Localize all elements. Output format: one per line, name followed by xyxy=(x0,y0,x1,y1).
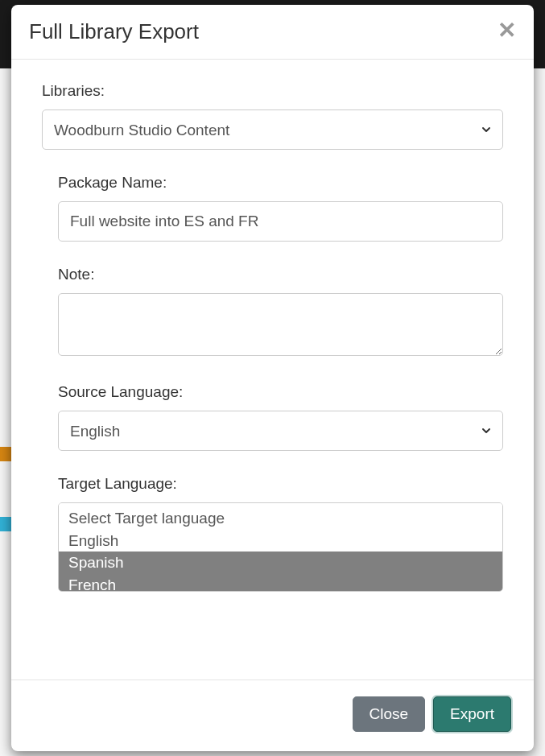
modal-header: Full Library Export ✕ xyxy=(11,5,534,60)
package-name-label: Package Name: xyxy=(58,174,503,192)
target-option[interactable]: Spanish xyxy=(59,552,502,574)
target-language-group: Target Language: Select Target language … xyxy=(42,475,503,592)
target-option[interactable]: English xyxy=(59,530,502,552)
close-button[interactable]: Close xyxy=(353,696,426,732)
source-language-label: Source Language: xyxy=(58,383,503,401)
libraries-group: Libraries: Woodburn Studio Content xyxy=(42,82,503,150)
note-label: Note: xyxy=(58,266,503,283)
libraries-select[interactable]: Woodburn Studio Content xyxy=(42,109,503,150)
export-modal: Full Library Export ✕ Libraries: Woodbur… xyxy=(11,5,534,751)
package-name-input[interactable] xyxy=(58,201,503,242)
source-language-group: Source Language: English xyxy=(42,383,503,451)
libraries-label: Libraries: xyxy=(42,82,503,100)
note-group: Note: xyxy=(42,266,503,359)
target-option[interactable]: Select Target language xyxy=(59,507,502,530)
package-name-group: Package Name: xyxy=(42,174,503,242)
close-icon[interactable]: ✕ xyxy=(498,19,516,42)
background-fragment-orange xyxy=(0,447,11,461)
export-button[interactable]: Export xyxy=(433,696,511,732)
target-language-multiselect[interactable]: Select Target language English Spanish F… xyxy=(58,502,503,592)
modal-footer: Close Export xyxy=(11,680,534,751)
modal-body: Libraries: Woodburn Studio Content Packa… xyxy=(11,60,534,680)
target-language-label: Target Language: xyxy=(58,475,503,493)
background-fragment-teal xyxy=(0,517,11,531)
target-option[interactable]: French xyxy=(59,574,502,592)
note-textarea[interactable] xyxy=(58,293,503,356)
source-language-select[interactable]: English xyxy=(58,411,503,451)
modal-title: Full Library Export xyxy=(29,19,199,44)
